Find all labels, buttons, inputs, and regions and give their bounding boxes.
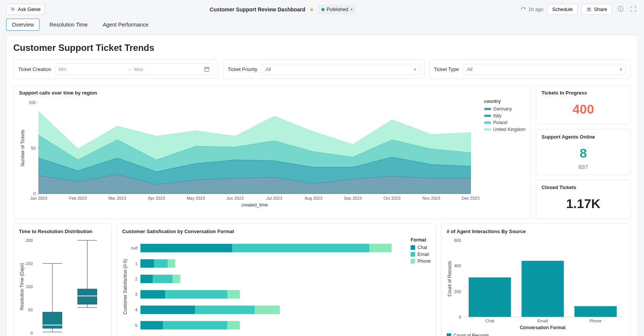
svg-text:Conversation Format: Conversation Format — [520, 325, 566, 330]
ticket-type-select[interactable]: All ▾ — [463, 64, 626, 75]
calendar-icon — [204, 66, 210, 72]
sparkle-icon — [10, 7, 16, 12]
arrow-right-icon: → — [127, 66, 132, 72]
svg-rect-61 — [227, 321, 240, 329]
header-center: Customer Support Review Dashboard ★ Publ… — [45, 5, 521, 14]
legend-label: Poland — [493, 120, 507, 125]
legend-swatch — [484, 128, 491, 131]
star-icon[interactable]: ★ — [309, 6, 314, 13]
range-max: Max — [134, 66, 143, 72]
svg-text:Aug 2023: Aug 2023 — [305, 196, 323, 200]
svg-rect-53 — [227, 290, 240, 298]
tab-label: Overview — [12, 22, 34, 28]
ticket-creation-range[interactable]: Min →Max — [55, 63, 213, 75]
schedule-label: Schedule — [552, 6, 573, 12]
panel-agent-interactions: # of Agent Interactions By Source 020040… — [441, 224, 631, 336]
svg-text:created_time: created_time — [241, 202, 268, 208]
svg-rect-32 — [43, 312, 62, 328]
charts-row-1: Support calls over time by region 050100… — [6, 85, 638, 224]
panel-title: # of Agent Interactions By Source — [447, 229, 625, 234]
tab-overview[interactable]: Overview — [6, 19, 39, 31]
ask-genie-label: Ask Genie — [18, 6, 41, 12]
legend-item: Count of Records — [447, 333, 625, 336]
svg-text:Resolution Time (Days): Resolution Time (Days) — [19, 263, 25, 311]
legend-format: Format Chat Email Phone — [411, 237, 431, 336]
svg-text:Count of Records: Count of Records — [447, 261, 452, 296]
svg-text:4: 4 — [135, 308, 137, 312]
tab-resolution-time[interactable]: Resolution Time — [44, 19, 93, 30]
page-title: Customer Support Ticket Trends — [6, 35, 638, 59]
kpi-column: Tickets In Progress 400 Support Agents O… — [536, 85, 631, 219]
chevron-down-icon: ▾ — [414, 67, 416, 71]
csat-chart[interactable]: null12345Customer Satisfaction (0-5) — [122, 237, 406, 336]
svg-text:100: 100 — [29, 100, 36, 105]
legend-swatch — [484, 121, 491, 124]
area-chart[interactable]: 050100Jan 2023Feb 2023Mar 2023Apr 2023Ma… — [19, 99, 480, 209]
legend-title: country — [484, 99, 526, 104]
tab-agent-performance[interactable]: Agent Performance — [98, 19, 154, 30]
fullscreen-icon[interactable]: ⛶ — [629, 6, 638, 13]
svg-text:50: 50 — [31, 146, 36, 150]
legend-item: Poland — [484, 120, 526, 125]
svg-text:May 2023: May 2023 — [187, 196, 205, 200]
tab-label: Agent Performance — [103, 22, 149, 28]
filter-label: Ticket Priority — [228, 66, 257, 72]
svg-rect-68 — [469, 278, 511, 317]
ticket-priority-select[interactable]: All ▾ — [261, 64, 419, 75]
legend-item: United Kingdom — [484, 127, 526, 132]
svg-point-0 — [587, 8, 589, 9]
svg-text:150: 150 — [26, 261, 33, 266]
svg-text:600: 600 — [454, 238, 461, 243]
svg-text:2: 2 — [135, 277, 137, 281]
info-icon[interactable]: ⓘ — [616, 5, 625, 13]
legend-label: Germany — [493, 106, 512, 112]
svg-rect-45 — [168, 259, 175, 268]
legend-swatch — [484, 115, 491, 117]
svg-text:0: 0 — [459, 315, 461, 319]
svg-text:Chat: Chat — [485, 319, 494, 323]
svg-text:Jul 2023: Jul 2023 — [266, 196, 282, 200]
tab-label: Resolution Time — [49, 22, 87, 28]
svg-text:Oct 2023: Oct 2023 — [384, 196, 401, 200]
panel-resolution-box: Time to Resolution Distribution 05010015… — [13, 224, 112, 336]
legend-label: United Kingdom — [493, 127, 526, 132]
chevron-down-icon: ▾ — [351, 7, 353, 11]
panel-title: Closed Tickets — [542, 185, 625, 190]
select-value: All — [265, 66, 271, 72]
legend-swatch — [447, 333, 451, 336]
tabs: Overview Resolution Time Agent Performan… — [0, 19, 644, 35]
svg-text:Nov 2023: Nov 2023 — [422, 196, 440, 200]
legend-label: Email — [417, 252, 429, 257]
share-label: Share — [594, 6, 607, 12]
legend-label: Count of Records — [453, 333, 489, 336]
svg-rect-49 — [173, 274, 180, 283]
svg-text:Customer Satisfaction (0-5): Customer Satisfaction (0-5) — [123, 259, 128, 314]
panel-title: Time to Resolution Distribution — [19, 229, 106, 234]
panel-kpi-in-progress: Tickets In Progress 400 — [536, 85, 631, 125]
bar-chart[interactable]: 0200400600ChatEmailPhoneConversation For… — [447, 237, 626, 331]
filters-row: Ticket Creation Min →Max Ticket Priority… — [6, 59, 638, 85]
svg-rect-59 — [140, 321, 163, 329]
svg-text:0: 0 — [33, 191, 36, 196]
svg-text:3: 3 — [135, 292, 137, 297]
svg-text:Number of Tickets: Number of Tickets — [20, 130, 25, 167]
svg-rect-57 — [255, 306, 280, 314]
kpi-value: 8 — [542, 143, 625, 164]
share-button[interactable]: Share — [581, 4, 612, 15]
svg-text:1: 1 — [135, 261, 137, 266]
publish-status-dropdown[interactable]: Published ▾ — [318, 5, 356, 14]
legend-label: Chat — [417, 245, 427, 250]
people-icon — [586, 7, 592, 12]
svg-rect-40 — [233, 244, 369, 252]
filter-ticket-priority: Ticket Priority All ▾ — [223, 59, 425, 79]
svg-rect-60 — [163, 321, 227, 329]
refresh-button[interactable]: 1h ago — [521, 6, 543, 12]
panel-title: Customer Satisfication by Conversation F… — [122, 229, 431, 234]
panel-title: Support calls over time by region — [19, 90, 526, 96]
range-min: Min — [58, 66, 66, 72]
legend-label: Phone — [417, 259, 431, 264]
box-chart[interactable]: 050100150200Resolution Time (Days) — [19, 237, 107, 336]
ask-genie-button[interactable]: Ask Genie — [6, 4, 45, 15]
legend-swatch — [411, 259, 415, 263]
schedule-button[interactable]: Schedule — [547, 4, 578, 15]
